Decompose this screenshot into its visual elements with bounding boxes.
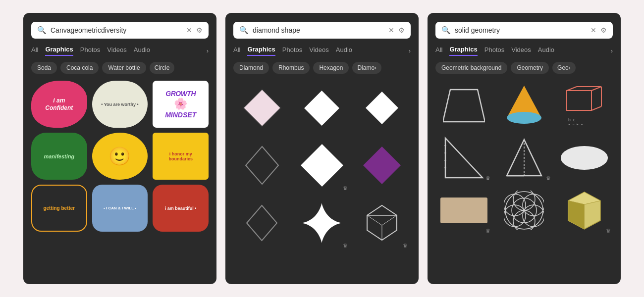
shape-trapezoid[interactable]: [435, 81, 492, 130]
tab-audio-2[interactable]: Audio: [336, 46, 352, 55]
content-area-3: b c a = b·c ♛: [435, 81, 613, 279]
sticker-i-can[interactable]: • I CAN & I WILL •: [92, 185, 148, 232]
crown-badge-3: ♛: [403, 243, 408, 249]
tab-all-2[interactable]: All: [233, 46, 240, 55]
svg-marker-6: [247, 205, 277, 241]
diamond-purple[interactable]: [354, 138, 411, 193]
search-input-2[interactable]: [253, 26, 384, 34]
chip-rhombus[interactable]: Rhombus: [272, 62, 310, 74]
crown-badge-1: ♛: [343, 185, 348, 192]
svg-marker-12: [443, 90, 485, 122]
search-icon-1: 🔍: [37, 26, 47, 35]
chip-geo[interactable]: Geo›: [552, 62, 576, 74]
tab-photos-1[interactable]: Photos: [80, 46, 100, 55]
filter-icon-2[interactable]: ⚙: [398, 26, 405, 34]
crown-badge-2: ♛: [343, 243, 348, 249]
clear-icon-1[interactable]: ✕: [186, 26, 192, 34]
diamond-white-1[interactable]: [293, 81, 350, 135]
tab-photos-2[interactable]: Photos: [282, 46, 302, 55]
chip-geometry[interactable]: Geometry: [511, 62, 549, 74]
chip-circle[interactable]: Circle: [150, 62, 175, 74]
geometry-grid: b c a = b·c ♛: [435, 81, 613, 235]
diamond-pink-outline[interactable]: [233, 81, 290, 135]
search-bar-3[interactable]: 🔍 ✕ ⚙: [435, 22, 613, 39]
chip-cocacola[interactable]: Coca cola: [60, 62, 99, 74]
tab-arrow-3[interactable]: ›: [611, 47, 613, 54]
crown-badge-5: ♛: [546, 175, 551, 182]
svg-line-18: [591, 106, 601, 110]
content-area-2: ♛ ♛: [233, 81, 411, 279]
diamond-outline-dark[interactable]: [233, 138, 290, 193]
tab-photos-3[interactable]: Photos: [484, 46, 504, 55]
crown-badge-7: ♛: [606, 228, 611, 234]
svg-marker-2: [366, 92, 398, 124]
search-bar-1[interactable]: 🔍 ✕ ⚙: [31, 22, 209, 39]
svg-marker-0: [243, 89, 281, 127]
search-icon-3: 🔍: [441, 26, 451, 35]
chip-hexagon[interactable]: Hexagon: [313, 62, 349, 74]
shape-right-triangle[interactable]: ♛: [435, 133, 492, 183]
shape-ellipse[interactable]: [556, 133, 613, 183]
chip-diamond[interactable]: Diamond: [233, 62, 269, 74]
shape-box-formula[interactable]: b c a = b·c: [556, 81, 613, 130]
sticker-smiley[interactable]: 🙂: [92, 133, 148, 180]
tab-arrow-2[interactable]: ›: [409, 47, 411, 54]
tab-videos-3[interactable]: Videos: [511, 46, 531, 55]
tab-graphics-3[interactable]: Graphics: [449, 46, 477, 56]
content-area-1: i amConfident • You are worthy • GROWTH …: [31, 81, 209, 279]
sticker-confident[interactable]: i amConfident: [31, 81, 87, 128]
tab-videos-1[interactable]: Videos: [107, 46, 127, 55]
sticker-growth[interactable]: GROWTH 🌸 MINDSET: [153, 81, 209, 128]
shape-flower-of-life[interactable]: [495, 186, 552, 235]
tabs-2: All Graphics Photos Videos Audio ›: [233, 46, 411, 56]
panel-1: 🔍 ✕ ⚙ All Graphics Photos Videos Audio ›…: [23, 13, 216, 284]
svg-rect-15: [567, 91, 591, 110]
tab-graphics-2[interactable]: Graphics: [247, 46, 275, 56]
shape-hexagon-3d[interactable]: ♛: [556, 186, 613, 235]
sticker-beautiful[interactable]: i am beautiful •: [153, 185, 209, 232]
svg-line-19: [567, 87, 577, 91]
tab-all-1[interactable]: All: [31, 46, 38, 55]
diamond-gem-outline[interactable]: ♛: [354, 196, 411, 250]
tab-audio-3[interactable]: Audio: [538, 46, 554, 55]
sticker-worthy[interactable]: • You are worthy •: [92, 81, 148, 128]
diamond-white-large[interactable]: ♛: [293, 138, 350, 193]
clear-icon-3[interactable]: ✕: [590, 26, 596, 34]
search-input-3[interactable]: [455, 26, 587, 34]
chip-diamo[interactable]: Diamo›: [352, 62, 381, 74]
svg-line-9: [367, 215, 382, 225]
search-input-1[interactable]: [51, 26, 182, 34]
sticker-getting-better[interactable]: getting better: [31, 185, 87, 232]
clear-icon-2[interactable]: ✕: [388, 26, 394, 34]
tab-audio-1[interactable]: Audio: [134, 46, 150, 55]
chips-1: Soda Coca cola Water bottle Circle: [31, 62, 209, 74]
chip-geobg[interactable]: Geometric background: [435, 62, 507, 74]
svg-text:b c: b c: [568, 118, 576, 122]
tabs-3: All Graphics Photos Videos Audio ›: [435, 46, 613, 56]
diamond-star[interactable]: ♛: [293, 196, 350, 250]
shape-rectangle[interactable]: ♛: [435, 186, 492, 235]
diamonds-grid: ♛ ♛: [233, 81, 411, 250]
chip-waterbottle[interactable]: Water bottle: [102, 62, 146, 74]
tabs-1: All Graphics Photos Videos Audio ›: [31, 46, 209, 56]
shape-cone[interactable]: [495, 81, 552, 130]
search-bar-2[interactable]: 🔍 ✕ ⚙: [233, 22, 411, 39]
sticker-boundaries[interactable]: i honor myboundaries: [153, 133, 209, 180]
chip-soda[interactable]: Soda: [31, 62, 57, 74]
tab-videos-2[interactable]: Videos: [309, 46, 329, 55]
panel-2: 🔍 ✕ ⚙ All Graphics Photos Videos Audio ›…: [225, 13, 419, 284]
tab-all-3[interactable]: All: [435, 46, 442, 55]
filter-icon-1[interactable]: ⚙: [196, 26, 203, 34]
tab-arrow-1[interactable]: ›: [207, 47, 209, 54]
shape-triangle-3d[interactable]: ♛: [495, 133, 552, 183]
svg-marker-1: [304, 91, 339, 126]
chips-3: Geometric background Geometry Geo›: [435, 62, 613, 74]
svg-marker-42: [568, 200, 585, 229]
svg-text:a = b·c: a = b·c: [568, 123, 583, 125]
diamond-outline-sm[interactable]: [233, 196, 290, 250]
diamond-white-2[interactable]: [354, 81, 411, 135]
sticker-manifesting[interactable]: manifesting: [31, 133, 87, 180]
stickers-grid: i amConfident • You are worthy • GROWTH …: [31, 81, 209, 232]
filter-icon-3[interactable]: ⚙: [600, 26, 607, 34]
tab-graphics-1[interactable]: Graphics: [45, 46, 73, 56]
